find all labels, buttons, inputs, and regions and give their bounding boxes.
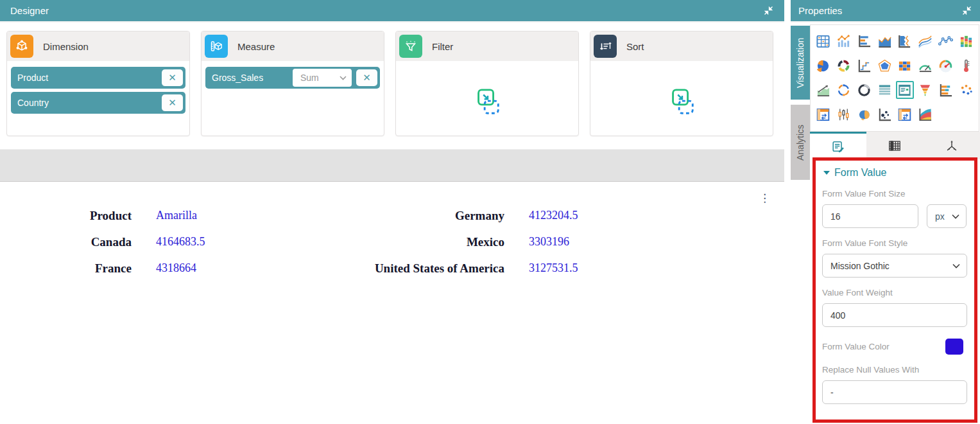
drop-target-icon [472, 87, 502, 119]
funnel-icon[interactable] [916, 81, 934, 99]
aggregation-select[interactable]: Sum [293, 69, 352, 87]
bar-chart-icon[interactable] [855, 33, 873, 51]
pie-chart-icon[interactable] [814, 57, 832, 75]
heatmap-icon[interactable] [896, 57, 914, 75]
measure-chip-gross-sales[interactable]: Gross_Sales Sum ✕ [205, 67, 380, 89]
trend-area-icon[interactable] [814, 81, 832, 99]
form-data-grid: Product Amarilla Germany 4123204.5 Canad… [0, 202, 664, 281]
widget-menu-icon[interactable]: ⋮ [759, 193, 770, 204]
axis-settings-icon [945, 139, 959, 153]
ring-chart-icon[interactable] [855, 81, 873, 99]
filter-card: Filter [395, 31, 579, 136]
map-chart-icon[interactable] [855, 105, 873, 123]
semi-gauge-icon[interactable] [916, 57, 934, 75]
measure-icon [205, 35, 228, 58]
collapse-icon[interactable] [762, 5, 774, 17]
spline-area-icon[interactable] [916, 33, 934, 51]
dimension-chip-product[interactable]: Product ✕ [11, 67, 185, 89]
form-value: 4164683.5 [156, 229, 292, 255]
area-chart-icon[interactable] [875, 33, 893, 51]
form-value-section-header[interactable]: Form Value [823, 167, 968, 179]
designer-cards-row: Dimension Product ✕ Country ✕ [6, 31, 773, 136]
widget-title-bar[interactable] [0, 149, 784, 182]
step-line-icon[interactable] [855, 57, 873, 75]
filter-card-body[interactable] [396, 61, 578, 136]
sort-card-label: Sort [626, 41, 644, 52]
chevron-down-icon [952, 263, 960, 269]
font-style-select[interactable]: Mission Gothic [822, 254, 967, 278]
font-size-label: Form Value Font Size [822, 189, 968, 199]
card-widget-canvas[interactable]: ⋮ Product Amarilla Germany 4123204.5 Can… [0, 182, 784, 424]
sort-icon [594, 35, 617, 58]
form-value-section-title: Form Value [834, 167, 887, 179]
font-size-input[interactable] [822, 204, 918, 228]
line-marker-icon[interactable] [936, 33, 954, 51]
stacked-column-icon[interactable] [957, 33, 975, 51]
grid-icon[interactable] [814, 33, 832, 51]
drop-target-icon [667, 87, 696, 119]
process-cycle-icon[interactable] [835, 81, 853, 99]
measure-card-body[interactable]: Gross_Sales Sum ✕ [202, 61, 384, 136]
dimension-card-body[interactable]: Product ✕ Country ✕ [7, 61, 189, 136]
sort-card: Sort [590, 31, 773, 136]
remove-chip-icon[interactable]: ✕ [162, 69, 183, 86]
radar-chart-icon[interactable] [875, 57, 893, 75]
form-value: Amarilla [156, 202, 292, 229]
form-label: Mexico [316, 229, 504, 255]
tab-basic-settings[interactable] [810, 132, 866, 159]
designer-header: Designer [0, 0, 784, 22]
box-whisker-icon[interactable] [835, 105, 853, 123]
designer-title: Designer [10, 5, 762, 16]
tab-visualization[interactable]: Visualization [791, 26, 810, 100]
collapse-caret-icon [823, 171, 830, 175]
pivot-grid-icon[interactable] [814, 105, 832, 123]
scatter-chart-icon[interactable] [957, 81, 975, 99]
remove-chip-icon[interactable]: ✕ [162, 94, 183, 111]
font-weight-label: Value Font Weight [822, 288, 968, 297]
tab-data-settings[interactable] [866, 132, 923, 159]
form-label: Canada [0, 229, 132, 255]
form-value: 3127531.5 [529, 255, 664, 281]
replace-null-input[interactable] [822, 380, 967, 404]
bubble-chart-icon[interactable] [875, 105, 893, 123]
measure-card-label: Measure [237, 41, 275, 52]
font-size-unit-value: px [935, 211, 952, 222]
range-area-icon[interactable] [896, 33, 914, 51]
filter-card-label: Filter [432, 41, 453, 52]
tab-axis-settings[interactable] [924, 132, 980, 159]
pivot-table-icon[interactable] [896, 105, 914, 123]
tab-analytics[interactable]: Analytics [791, 105, 810, 180]
properties-sub-tabs [810, 132, 980, 159]
font-size-unit-select[interactable]: px [927, 204, 967, 228]
app-root: Designer Dimension [0, 0, 980, 424]
dimension-icon [10, 35, 33, 58]
column-line-combo-icon[interactable] [835, 33, 853, 51]
grid-table-icon[interactable] [875, 81, 893, 99]
chip-label: Country [17, 98, 162, 108]
thermometer-icon[interactable] [957, 57, 975, 75]
measure-card-header: Measure [202, 31, 384, 61]
form-value-color-swatch[interactable] [945, 339, 963, 355]
collapse-icon[interactable] [961, 5, 972, 17]
form-label: France [0, 255, 132, 281]
properties-side-tabs: Visualization Analytics [791, 26, 810, 180]
designer-panel: Designer Dimension [0, 0, 784, 424]
dimension-card: Dimension Product ✕ Country ✕ [6, 31, 190, 136]
filter-card-header: Filter [396, 31, 578, 61]
font-weight-input[interactable] [822, 303, 967, 327]
form-label: Germany [316, 202, 504, 229]
multi-area-icon[interactable] [916, 105, 934, 123]
dimension-card-header: Dimension [7, 31, 189, 61]
doughnut-chart-icon[interactable] [835, 57, 853, 75]
remove-chip-icon[interactable]: ✕ [356, 69, 377, 86]
dimension-chip-country[interactable]: Country ✕ [11, 92, 185, 114]
card-view-icon[interactable] [896, 81, 914, 99]
properties-title: Properties [798, 5, 961, 16]
chip-label: Gross_Sales [212, 73, 293, 83]
visualization-type-grid [810, 24, 979, 132]
sort-card-body[interactable] [590, 61, 773, 136]
replace-null-label: Replace Null Values With [822, 365, 968, 375]
circular-gauge-icon[interactable] [936, 57, 954, 75]
form-value: 3303196 [529, 229, 664, 255]
stacked-bar-icon[interactable] [936, 81, 954, 99]
